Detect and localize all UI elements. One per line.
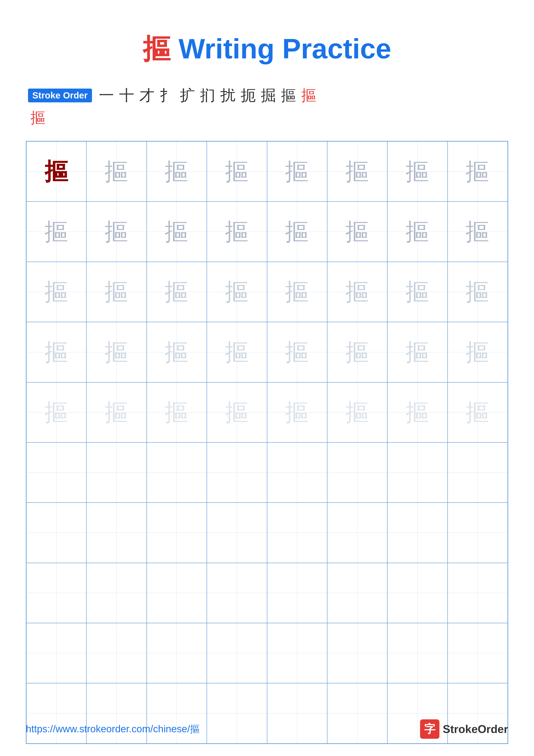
cell-char: 摳 [406,160,429,183]
grid-cell-r2c7: 摳 [387,202,447,262]
grid-cell-r4c2: 摳 [87,322,146,382]
grid-cell-r8c2 [87,563,146,623]
cell-char: 摳 [466,400,489,424]
stroke-final: 摳 [31,108,46,128]
grid-cell-r6c7 [387,443,447,502]
grid-cell-r8c3 [147,563,207,623]
cell-char: 摳 [225,160,249,183]
cell-char: 摳 [285,340,309,364]
title-text: Writing Practice [171,33,391,65]
grid-cell-r4c3: 摳 [147,322,207,382]
grid-cell-r5c8: 摳 [447,382,508,443]
grid-cell-r3c2: 摳 [87,262,146,322]
grid-cell-r5c1: 摳 [26,382,87,443]
practice-grid: 摳 摳 摳 摳 摳 摳 摳 摳 摳 摳 摳 摳 摳 摳 摳 摳 摳 摳 摳 摳 … [26,141,508,744]
grid-cell-r7c8 [447,502,508,563]
stroke-7: 扰 [220,85,236,106]
footer-url[interactable]: https://www.strokeorder.com/chinese/摳 [26,722,200,736]
cell-char: 摳 [466,160,489,183]
stroke-order-row-1: Stroke Order 一 十 才 扌 扩 扪 扰 扼 掘 摳 摳 [28,85,506,106]
grid-row-6 [26,443,508,502]
grid-cell-r3c8: 摳 [447,262,508,322]
grid-cell-r5c3: 摳 [147,382,207,443]
grid-cell-r2c1: 摳 [26,202,87,262]
cell-char: 摳 [165,220,189,244]
grid-cell-r8c1 [26,563,87,623]
stroke-order-badge: Stroke Order [28,89,92,102]
cell-char: 摳 [285,160,309,183]
cell-char: 摳 [45,220,68,244]
cell-char: 摳 [406,340,429,364]
title-chinese-char: 摳 [143,33,171,65]
cell-char: 摳 [225,220,249,244]
grid-cell-r6c8 [447,443,508,502]
grid-cell-r9c3 [147,623,207,683]
grid-cell-r2c3: 摳 [147,202,207,262]
stroke-9: 掘 [261,85,276,106]
grid-cell-r8c7 [387,563,447,623]
grid-row-5: 摳 摳 摳 摳 摳 摳 摳 摳 [26,382,508,443]
cell-char: 摳 [406,280,429,304]
grid-cell-r7c5 [267,502,327,563]
cell-char: 摳 [466,340,489,364]
grid-cell-r4c5: 摳 [267,322,327,382]
stroke-order-row-2: 摳 [28,108,506,128]
grid-cell-r7c7 [387,502,447,563]
footer: https://www.strokeorder.com/chinese/摳 字 … [26,719,508,739]
cell-char: 摳 [105,220,128,244]
grid-cell-r1c2: 摳 [87,141,146,202]
cell-char: 摳 [165,280,189,304]
cell-char: 摳 [225,280,249,304]
grid-row-3: 摳 摳 摳 摳 摳 摳 摳 摳 [26,262,508,322]
cell-char: 摳 [225,340,249,364]
cell-char: 摳 [406,400,429,424]
cell-char: 摳 [285,280,309,304]
grid-cell-r2c2: 摳 [87,202,146,262]
logo-icon: 字 [420,719,440,739]
stroke-1: 一 [99,85,114,106]
grid-row-8 [26,563,508,623]
grid-row-9 [26,623,508,683]
cell-char: 摳 [45,400,68,424]
grid-cell-r6c6 [327,443,387,502]
grid-cell-r9c1 [26,623,87,683]
grid-cell-r7c1 [26,502,87,563]
grid-cell-r5c5: 摳 [267,382,327,443]
cell-char: 摳 [345,400,369,424]
page: 摳 Writing Practice Stroke Order 一 十 才 扌 … [0,0,534,756]
grid-cell-r9c5 [267,623,327,683]
grid-cell-r2c6: 摳 [327,202,387,262]
grid-cell-r4c7: 摳 [387,322,447,382]
grid-cell-r7c2 [87,502,146,563]
grid-cell-r7c3 [147,502,207,563]
grid-cell-r9c2 [87,623,146,683]
grid-cell-r9c6 [327,623,387,683]
grid-cell-r6c4 [207,443,267,502]
grid-cell-r5c4: 摳 [207,382,267,443]
cell-char: 摳 [345,220,369,244]
grid-cell-r1c3: 摳 [147,141,207,202]
stroke-order-section: Stroke Order 一 十 才 扌 扩 扪 扰 扼 掘 摳 摳 摳 [26,85,508,128]
grid-cell-r3c4: 摳 [207,262,267,322]
cell-char: 摳 [345,160,369,183]
grid-cell-r4c4: 摳 [207,322,267,382]
grid-cell-r9c7 [387,623,447,683]
cell-char: 摳 [466,280,489,304]
stroke-2: 十 [119,85,134,106]
grid-cell-r8c5 [267,563,327,623]
grid-cell-r3c6: 摳 [327,262,387,322]
grid-cell-r1c7: 摳 [387,141,447,202]
cell-char: 摳 [345,280,369,304]
logo-char: 字 [424,721,435,737]
grid-cell-r2c4: 摳 [207,202,267,262]
cell-char: 摳 [45,160,68,183]
grid-cell-r1c8: 摳 [447,141,508,202]
stroke-10: 摳 [281,85,296,106]
cell-char: 摳 [225,400,249,424]
grid-cell-r1c1: 摳 [26,141,87,202]
grid-cell-r5c7: 摳 [387,382,447,443]
grid-cell-r6c1 [26,443,87,502]
cell-char: 摳 [345,340,369,364]
grid-cell-r6c5 [267,443,327,502]
cell-char: 摳 [285,220,309,244]
